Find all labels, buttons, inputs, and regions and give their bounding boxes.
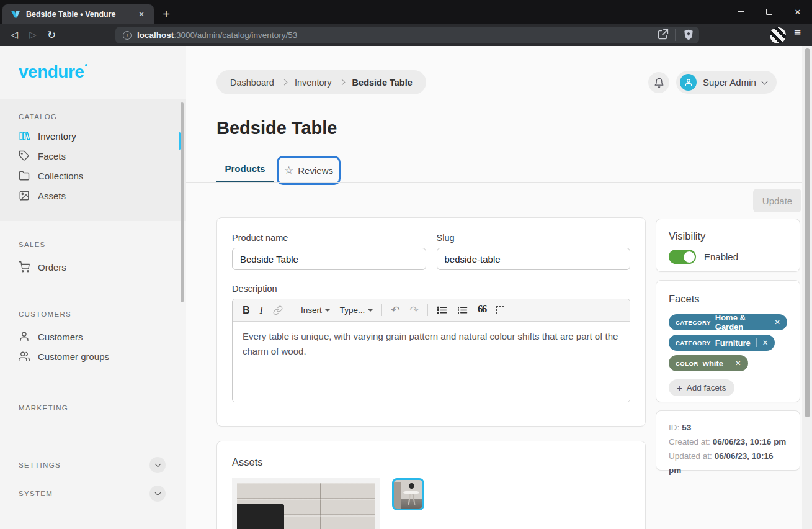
remove-facet-icon[interactable]: ✕ xyxy=(734,359,743,368)
visibility-toggle[interactable] xyxy=(669,250,696,264)
page-scrollbar-track[interactable] xyxy=(802,46,812,529)
profile-avatar[interactable] xyxy=(770,27,786,43)
entity-meta-card: ID:53 Created at:06/06/23, 10:16 pm Upda… xyxy=(656,410,800,471)
breadcrumb: Dashboard Inventory Bedside Table xyxy=(216,70,426,94)
description-text[interactable]: Every table is unique, with varying grai… xyxy=(233,322,630,402)
assets-card: Assets xyxy=(216,441,646,529)
tab-close-icon[interactable]: ✕ xyxy=(135,8,148,20)
update-button[interactable]: Update xyxy=(753,189,801,212)
chevron-down-icon xyxy=(761,78,767,84)
link-icon xyxy=(273,305,283,315)
tab-products[interactable]: Products xyxy=(216,156,274,183)
slug-field: Slug xyxy=(437,233,631,270)
share-icon[interactable] xyxy=(656,27,670,41)
user-menu[interactable]: Super Admin xyxy=(676,71,777,94)
page-title: Bedside Table xyxy=(216,118,337,138)
featured-asset[interactable] xyxy=(232,478,380,529)
browser-tab[interactable]: Bedside Table • Vendure ✕ xyxy=(2,4,154,24)
numbered-list-icon xyxy=(457,305,468,315)
chevron-down-icon xyxy=(154,490,161,496)
new-tab-button[interactable]: + xyxy=(158,6,175,23)
image-icon xyxy=(19,190,30,201)
featured-asset-detail xyxy=(237,504,284,529)
forward-button[interactable]: ▷ xyxy=(24,29,42,40)
close-button[interactable]: ✕ xyxy=(783,0,812,24)
add-facets-button[interactable]: + Add facets xyxy=(669,379,734,396)
sidebar-group-label: CUSTOMERS xyxy=(0,310,186,318)
sidebar-group-label: MARKETING xyxy=(0,404,186,412)
site-info-icon[interactable]: ! xyxy=(123,31,132,40)
sidebar-item-customer-groups[interactable]: Customer groups xyxy=(0,346,186,366)
reload-button[interactable]: ↻ xyxy=(42,29,61,42)
remove-facet-icon[interactable]: ✕ xyxy=(761,338,770,347)
bold-button[interactable]: B xyxy=(241,305,251,316)
sidebar-item-collections[interactable]: Collections xyxy=(0,166,186,186)
vendure-favicon-icon xyxy=(11,9,20,19)
expand-settings-button[interactable] xyxy=(149,457,166,473)
numbered-list-button[interactable] xyxy=(456,305,469,315)
expand-system-button[interactable] xyxy=(149,486,166,502)
description-field: Description B I Insert Type... xyxy=(232,284,630,402)
window-controls: ✕ xyxy=(726,0,812,24)
tab-reviews-highlight[interactable]: ☆ Reviews xyxy=(277,156,341,185)
cart-icon xyxy=(19,261,30,273)
toggle-knob xyxy=(684,251,695,263)
minimize-icon xyxy=(738,11,744,12)
sidebar-item-label: Customers xyxy=(38,332,83,342)
facet-chip: COLOR white ✕ xyxy=(669,355,748,371)
italic-button[interactable]: I xyxy=(259,305,264,316)
sidebar-item-facets[interactable]: Facets xyxy=(0,146,186,166)
sidebar-item-label: Facets xyxy=(38,151,66,161)
sidebar-section-label: SETTINGS xyxy=(19,461,61,469)
sidebar-item-orders[interactable]: Orders xyxy=(0,257,186,277)
back-button[interactable]: ◁ xyxy=(5,29,24,40)
sidebar-group-customers: CUSTOMERS Customers Customer groups xyxy=(0,310,186,366)
sidebar-item-label: Inventory xyxy=(38,131,76,142)
link-button[interactable] xyxy=(272,305,284,315)
remove-facet-icon[interactable]: ✕ xyxy=(773,318,782,327)
redo-button[interactable]: ↷ xyxy=(408,304,419,317)
type-dropdown[interactable]: Type... xyxy=(339,305,375,315)
product-name-input[interactable] xyxy=(232,248,426,270)
minimize-button[interactable] xyxy=(726,0,755,24)
caret-down-icon xyxy=(368,309,373,312)
blockquote-button[interactable]: 66 xyxy=(476,304,488,317)
sidebar-item-customers[interactable]: Customers xyxy=(0,327,186,346)
brave-shield-icon[interactable] xyxy=(682,28,695,42)
breadcrumb-dashboard[interactable]: Dashboard xyxy=(230,78,274,88)
tab-title: Bedside Table • Vendure xyxy=(26,10,135,19)
asset-thumbnail-selected[interactable] xyxy=(392,478,424,510)
logo-dot xyxy=(85,64,87,66)
browser-menu-icon[interactable]: ≡ xyxy=(794,26,801,40)
bullet-list-button[interactable] xyxy=(435,305,448,315)
star-icon: ☆ xyxy=(284,165,293,176)
sidebar-scrollbar[interactable] xyxy=(181,102,184,302)
insert-dropdown[interactable]: Insert xyxy=(300,305,331,315)
chevron-down-icon xyxy=(154,461,161,468)
sidebar-section-system[interactable]: SYSTEM xyxy=(0,482,186,505)
maximize-button[interactable] xyxy=(755,0,783,24)
sidebar-group-catalog: CATALOG Inventory Facets Collections xyxy=(0,99,186,221)
sidebar-section-settings[interactable]: SETTINGS xyxy=(0,453,186,477)
notifications-button[interactable] xyxy=(648,72,669,93)
breadcrumb-inventory[interactable]: Inventory xyxy=(295,78,332,88)
meta-id-row: ID:53 xyxy=(669,420,787,435)
books-icon xyxy=(19,130,30,142)
vendure-logo[interactable]: vendure xyxy=(19,62,87,82)
user-avatar xyxy=(680,74,697,91)
user-icon xyxy=(684,78,693,87)
page-scrollbar-thumb[interactable] xyxy=(805,48,810,417)
chevron-right-icon xyxy=(281,79,287,86)
toolbar-divider xyxy=(675,29,676,41)
facets-heading: Facets xyxy=(669,293,787,305)
facet-chip: CATEGORY Home & Garden ✕ xyxy=(669,314,787,330)
url-bar[interactable]: ! localhost:3000/admin/catalog/inventory… xyxy=(115,27,699,43)
tab-reviews[interactable]: Reviews xyxy=(298,165,333,176)
bullet-list-icon xyxy=(437,305,447,315)
undo-button[interactable]: ↶ xyxy=(390,304,401,317)
sidebar-item-inventory[interactable]: Inventory xyxy=(0,126,186,146)
slug-input[interactable] xyxy=(437,248,631,270)
sidebar-item-assets[interactable]: Assets xyxy=(0,186,186,206)
dashed-square-icon xyxy=(496,306,504,314)
raw-html-button[interactable] xyxy=(495,306,506,314)
